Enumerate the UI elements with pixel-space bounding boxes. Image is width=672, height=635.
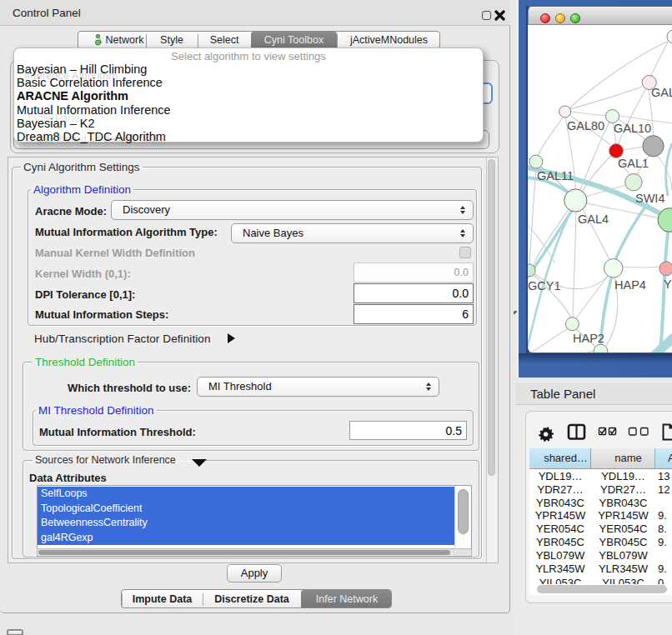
svg-text:SWI4: SWI4 bbox=[635, 192, 664, 205]
svg-text:Y: Y bbox=[664, 278, 672, 291]
svg-text:HAP2: HAP2 bbox=[573, 332, 604, 345]
svg-text:GAL: GAL bbox=[651, 86, 672, 99]
svg-text:HAP4: HAP4 bbox=[614, 278, 646, 292]
svg-text:GCY1: GCY1 bbox=[528, 279, 561, 292]
svg-text:GAL11: GAL11 bbox=[537, 169, 574, 182]
svg-text:GAL10: GAL10 bbox=[614, 122, 651, 135]
svg-text:GAL1: GAL1 bbox=[618, 157, 649, 170]
svg-text:GAL80: GAL80 bbox=[567, 119, 604, 132]
svg-text:GAL4: GAL4 bbox=[578, 212, 609, 226]
